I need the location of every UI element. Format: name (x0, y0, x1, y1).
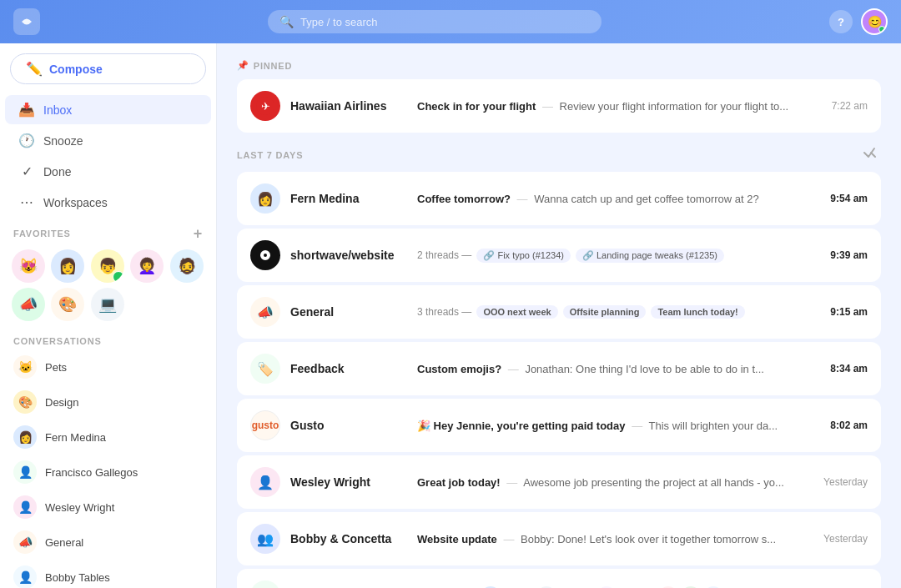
favorites-grid: 😻 👩 👦 👩‍🦱 🧔 📣 🎨 💻 (0, 244, 216, 329)
done-icon: ✓ (18, 163, 35, 179)
email-row[interactable]: 📣 General 3 threads — OOO next week Offs… (237, 285, 881, 339)
email-time: 9:54 am (830, 193, 868, 204)
conv-avatar: 👤 (13, 460, 37, 484)
favorite-item[interactable]: 🧔 (170, 249, 204, 283)
conversations-section-title: CONVERSATIONS (0, 329, 216, 349)
email-preview: Custom emojis? — Jonathan: One thing I'd… (417, 363, 813, 375)
favorite-item[interactable]: 💻 (91, 288, 124, 321)
email-time: 8:34 am (830, 363, 868, 374)
email-row[interactable]: gusto Gusto 🎉 Hey Jennie, you're getting… (237, 399, 881, 452)
favorite-item[interactable]: 👦 (91, 249, 124, 283)
email-time: 8:02 am (830, 420, 868, 431)
app-logo (13, 8, 40, 35)
email-snippet: Review your flight information for your … (560, 100, 789, 113)
conv-label: Design (45, 396, 78, 409)
thread-tag: 🔗 Landing page tweaks (#1235) (576, 249, 724, 263)
favorite-item[interactable]: 👩 (51, 249, 84, 283)
avatar[interactable]: 😊 (861, 8, 888, 35)
conv-avatar: 👤 (13, 495, 37, 519)
favorite-item[interactable]: 📣 (12, 288, 45, 321)
conv-label: Francisco Gallegos (45, 466, 138, 479)
conv-item-wesley[interactable]: 👤 Wesley Wright (0, 490, 216, 525)
mark-all-button[interactable] (863, 146, 881, 163)
favorite-item[interactable]: 👩‍🦱 (130, 249, 164, 283)
sender-avatar: 👥 (250, 524, 280, 554)
email-row[interactable]: 👥 Bobby & Concetta Website update — Bobb… (237, 512, 881, 565)
conv-label: Pets (45, 361, 67, 374)
email-preview: 🎉 Hey Jennie, you're getting paid today … (417, 420, 813, 432)
conv-avatar: 📣 (13, 530, 37, 554)
sidebar-item-label: Snooze (43, 134, 83, 148)
sender-avatar: 📣 (250, 297, 280, 327)
online-indicator (878, 26, 885, 33)
email-time: 7:22 am (832, 100, 868, 112)
sender-avatar: 🏷️ (250, 580, 280, 588)
email-snippet: Bobby: Done! Let's look over it together… (521, 533, 776, 545)
sender-name: General (290, 305, 407, 319)
sender-avatar (250, 240, 280, 270)
email-preview: Great job today! — Awesome job presentin… (417, 476, 807, 489)
email-row[interactable]: 🏷️ Feedback Custom emojis? — Jonathan: O… (237, 342, 881, 395)
pinned-label: 📌 PINNED (237, 60, 292, 71)
sender-avatar: 👤 (250, 467, 280, 497)
email-preview: Website update — Bobby: Done! Let's look… (417, 533, 807, 545)
search-bar[interactable]: 🔍 Type / to search (268, 10, 602, 33)
last7days-label: LAST 7 DAYS (237, 150, 303, 160)
email-subject: Website update (417, 533, 497, 545)
favorite-item[interactable]: 🎨 (51, 288, 84, 321)
email-list: 📌 PINNED ✈ Hawaiian Airlines Check in fo… (217, 43, 901, 588)
main-layout: ✏️ Compose 📥 Inbox 🕐 Snooze ✓ Done ⋯ Wor… (0, 43, 901, 588)
pin-icon: 📌 (237, 60, 249, 71)
email-preview: Coffee tomorrow? — Wanna catch up and ge… (417, 193, 813, 205)
email-row[interactable]: shortwave/website 2 threads — 🔗 Fix typo… (237, 229, 881, 282)
pinned-section-header: 📌 PINNED (237, 60, 881, 71)
email-subject: Coffee tomorrow? (417, 193, 511, 205)
email-time: Yesterday (823, 476, 868, 488)
email-subject: Check in for your flight (417, 100, 536, 113)
conv-avatar: 🐱 (13, 355, 37, 379)
conv-item-bobby[interactable]: 👤 Bobby Tables (0, 560, 216, 588)
compose-icon: ✏️ (26, 61, 43, 77)
search-icon: 🔍 (279, 15, 294, 28)
email-row[interactable]: 👩 Fern Medina Coffee tomorrow? — Wanna c… (237, 172, 881, 225)
sidebar: ✏️ Compose 📥 Inbox 🕐 Snooze ✓ Done ⋯ Wor… (0, 43, 217, 588)
sender-name: Wesley Wright (290, 475, 407, 489)
sender-avatar: gusto (250, 410, 280, 440)
email-time: 9:39 am (830, 249, 868, 261)
sidebar-item-snooze[interactable]: 🕐 Snooze (5, 126, 211, 155)
favorites-section-title: FAVORITES + (0, 218, 216, 244)
svg-point-2 (256, 246, 274, 264)
conv-label: Wesley Wright (45, 501, 114, 514)
sender-name: Bobby & Concetta (290, 532, 407, 545)
email-row[interactable]: 👤 Wesley Wright Great job today! — Aweso… (237, 455, 881, 509)
email-row[interactable]: ✈ Hawaiian Airlines Check in for your fl… (237, 79, 881, 133)
email-row[interactable]: 🏷️ Promotions 12 threads — 🔵 Loom | ⬛ No… (237, 569, 881, 588)
sidebar-item-done[interactable]: ✓ Done (5, 157, 211, 186)
conv-avatar: 👩 (13, 425, 37, 449)
inbox-icon: 📥 (18, 102, 35, 118)
conv-item-pets[interactable]: 🐱 Pets (0, 349, 216, 384)
add-favorite-button[interactable]: + (194, 226, 203, 241)
sidebar-item-inbox[interactable]: 📥 Inbox (5, 95, 211, 124)
conv-item-fern[interactable]: 👩 Fern Medina (0, 420, 216, 455)
conv-item-design[interactable]: 🎨 Design (0, 384, 216, 420)
email-time: Yesterday (823, 533, 868, 545)
sender-name: Gusto (290, 419, 407, 432)
sender-avatar: 🏷️ (250, 354, 280, 384)
sidebar-item-workspaces[interactable]: ⋯ Workspaces (5, 188, 211, 217)
email-preview: 3 threads — OOO next week Offsite planni… (417, 305, 813, 319)
last7days-section-header: LAST 7 DAYS (237, 146, 881, 163)
conv-item-francisco[interactable]: 👤 Francisco Gallegos (0, 455, 216, 490)
conv-item-general[interactable]: 📣 General (0, 525, 216, 560)
email-subject: 🎉 Hey Jennie, you're getting paid today (417, 420, 626, 432)
sender-name: Hawaiian Airlines (290, 99, 407, 113)
conv-label: Fern Medina (45, 431, 106, 444)
workspaces-icon: ⋯ (18, 194, 35, 210)
help-button[interactable]: ? (829, 10, 853, 33)
thread-tag: Offsite planning (563, 305, 647, 319)
compose-button[interactable]: ✏️ Compose (10, 53, 206, 84)
sidebar-item-label: Workspaces (43, 196, 108, 209)
favorite-item[interactable]: 😻 (12, 249, 45, 283)
conv-avatar: 🎨 (13, 390, 37, 414)
email-preview: Check in for your flight — Review your f… (417, 100, 815, 113)
